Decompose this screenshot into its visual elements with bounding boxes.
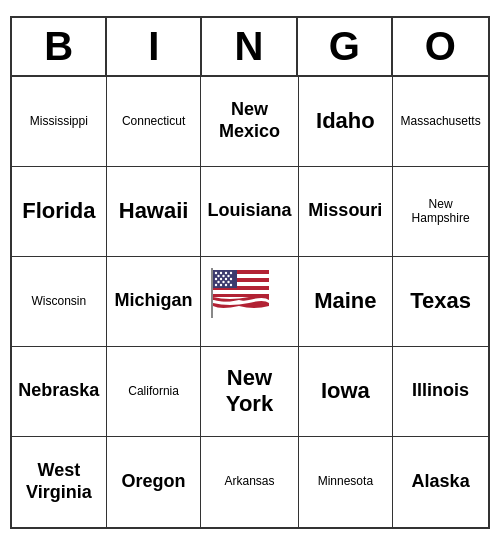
svg-rect-6 <box>213 290 269 294</box>
bingo-cell: Missouri <box>299 167 394 257</box>
bingo-header: BINGO <box>12 18 488 77</box>
bingo-cell: Connecticut <box>107 77 202 167</box>
bingo-header-letter: G <box>298 18 393 75</box>
bingo-header-letter: N <box>202 18 297 75</box>
bingo-cell: Arkansas <box>201 437 298 527</box>
cell-label: New Hampshire <box>399 197 482 226</box>
svg-point-15 <box>228 275 230 277</box>
bingo-cell: Hawaii <box>107 167 202 257</box>
bingo-cell: Minnesota <box>299 437 394 527</box>
bingo-cell: Alaska <box>393 437 488 527</box>
bingo-header-letter: O <box>393 18 488 75</box>
cell-label: Texas <box>410 288 471 314</box>
bingo-cell: Texas <box>393 257 488 347</box>
bingo-cell: Maine <box>299 257 394 347</box>
cell-label: California <box>128 384 179 398</box>
bingo-cell: Iowa <box>299 347 394 437</box>
bingo-cell: Massachusetts <box>393 77 488 167</box>
bingo-cell: West Virginia <box>12 437 107 527</box>
cell-label: Nebraska <box>18 380 99 402</box>
cell-label: Wisconsin <box>32 294 87 308</box>
svg-point-23 <box>215 284 217 286</box>
svg-point-17 <box>220 278 222 280</box>
cell-label: Missouri <box>308 200 382 222</box>
cell-label: Maine <box>314 288 376 314</box>
svg-point-19 <box>230 278 232 280</box>
cell-label: Minnesota <box>318 474 373 488</box>
bingo-grid: MississippiConnecticutNew MexicoIdahoMas… <box>12 77 488 527</box>
cell-label: Idaho <box>316 108 375 134</box>
cell-label: Alaska <box>412 471 470 493</box>
flag-icon <box>209 266 289 336</box>
bingo-cell: Idaho <box>299 77 394 167</box>
svg-point-10 <box>220 272 222 274</box>
bingo-cell <box>201 257 298 347</box>
svg-point-20 <box>218 281 220 283</box>
bingo-card: BINGO MississippiConnecticutNew MexicoId… <box>10 16 490 529</box>
svg-point-16 <box>215 278 217 280</box>
bingo-cell: Mississippi <box>12 77 107 167</box>
bingo-cell: Wisconsin <box>12 257 107 347</box>
svg-point-25 <box>225 284 227 286</box>
cell-label: Mississippi <box>30 114 88 128</box>
cell-label: Hawaii <box>119 198 189 224</box>
cell-label: Michigan <box>115 290 193 312</box>
svg-point-13 <box>218 275 220 277</box>
cell-label: Illinois <box>412 380 469 402</box>
cell-label: Iowa <box>321 378 370 404</box>
svg-point-21 <box>223 281 225 283</box>
svg-point-9 <box>215 272 217 274</box>
bingo-cell: New York <box>201 347 298 437</box>
svg-point-18 <box>225 278 227 280</box>
cell-label: Louisiana <box>207 200 291 222</box>
svg-point-14 <box>223 275 225 277</box>
cell-label: Massachusetts <box>401 114 481 128</box>
svg-point-22 <box>228 281 230 283</box>
cell-label: New York <box>207 365 291 418</box>
bingo-cell: California <box>107 347 202 437</box>
svg-point-11 <box>225 272 227 274</box>
bingo-header-letter: I <box>107 18 202 75</box>
svg-rect-0 <box>211 268 213 318</box>
cell-label: West Virginia <box>18 460 100 503</box>
bingo-cell: Illinois <box>393 347 488 437</box>
svg-point-24 <box>220 284 222 286</box>
cell-label: Oregon <box>122 471 186 493</box>
svg-point-26 <box>230 284 232 286</box>
bingo-cell: Florida <box>12 167 107 257</box>
bingo-cell: Oregon <box>107 437 202 527</box>
bingo-cell: New Mexico <box>201 77 298 167</box>
svg-point-12 <box>230 272 232 274</box>
cell-label: Florida <box>22 198 95 224</box>
cell-label: New Mexico <box>207 99 291 142</box>
cell-label: Connecticut <box>122 114 185 128</box>
bingo-cell: New Hampshire <box>393 167 488 257</box>
bingo-cell: Nebraska <box>12 347 107 437</box>
bingo-cell: Michigan <box>107 257 202 347</box>
cell-label: Arkansas <box>224 474 274 488</box>
bingo-header-letter: B <box>12 18 107 75</box>
bingo-cell: Louisiana <box>201 167 298 257</box>
